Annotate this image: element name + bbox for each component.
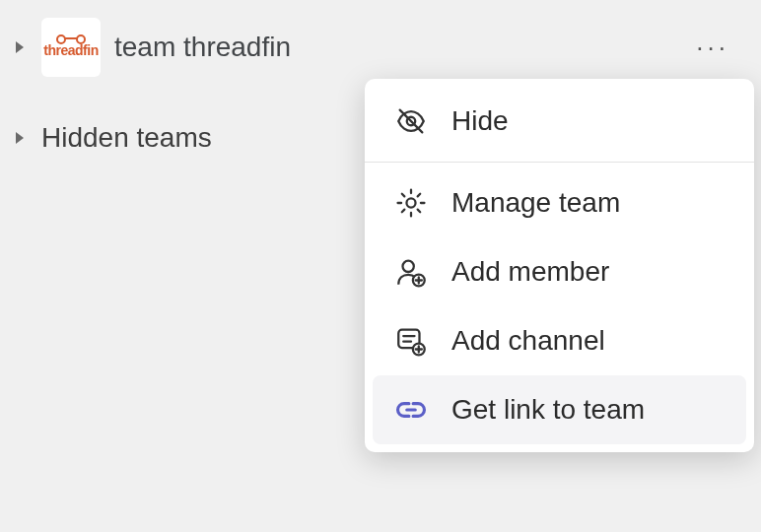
more-button[interactable]: ···	[686, 36, 739, 58]
team-avatar-text: threadfin	[43, 42, 98, 58]
menu-item-add-channel[interactable]: Add channel	[365, 306, 754, 375]
menu-item-label: Get link to team	[451, 394, 645, 426]
menu-item-hide[interactable]: Hide	[365, 87, 754, 156]
link-icon	[394, 393, 428, 427]
svg-point-3	[403, 261, 414, 272]
hide-icon	[394, 104, 428, 138]
menu-item-add-member[interactable]: Add member	[365, 237, 754, 306]
team-row[interactable]: threadfin team threadfin ···	[0, 10, 761, 85]
add-channel-icon	[394, 324, 428, 358]
team-context-menu: Hide Manage team Add member	[365, 79, 754, 452]
gear-icon	[394, 186, 428, 220]
svg-point-2	[406, 198, 415, 207]
menu-item-label: Manage team	[451, 187, 620, 219]
menu-item-get-link[interactable]: Get link to team	[373, 375, 746, 444]
hidden-teams-label: Hidden teams	[41, 122, 212, 154]
menu-item-label: Add member	[451, 256, 609, 288]
menu-item-label: Hide	[451, 105, 509, 137]
menu-separator	[365, 162, 754, 163]
caret-right-icon	[12, 39, 28, 55]
add-member-icon	[394, 255, 428, 289]
menu-item-label: Add channel	[451, 325, 605, 357]
caret-right-icon	[12, 130, 28, 146]
team-name-label: team threadfin	[114, 32, 672, 63]
team-avatar: threadfin	[41, 18, 101, 77]
menu-item-manage-team[interactable]: Manage team	[365, 168, 754, 237]
